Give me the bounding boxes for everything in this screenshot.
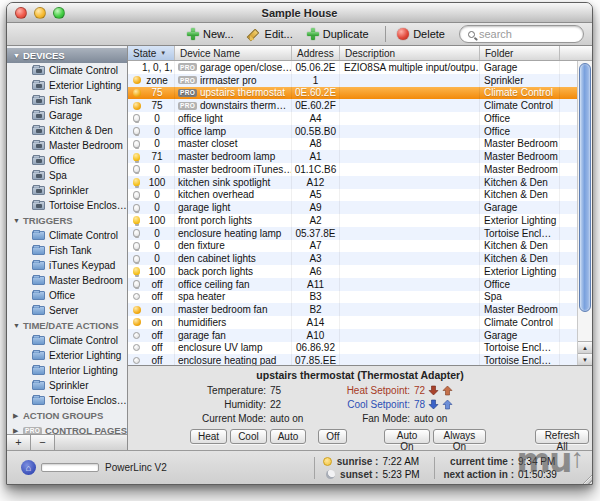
current-time-value: 9:34 PM — [518, 456, 566, 467]
disclosure-triangle-icon[interactable]: ▼ — [13, 322, 23, 329]
delete-button[interactable]: Delete — [397, 28, 445, 40]
sidebar-section-devices[interactable]: ▼DEVICES — [7, 48, 127, 63]
column-header-device-name[interactable]: Device Name — [175, 46, 292, 60]
table-row-office-light[interactable]: 0office lightA4Office — [128, 112, 577, 125]
fan-auto-on-button[interactable]: Auto On — [384, 429, 429, 444]
table-row-irrmaster-pro[interactable]: zonePROirrmaster pro1Sprinkler — [128, 74, 577, 87]
disclosure-triangle-icon[interactable]: ▼ — [13, 52, 23, 59]
sidebar-item-kitchen-den[interactable]: Kitchen & Den — [7, 123, 127, 138]
scroll-up-button[interactable]: ▲ — [578, 341, 592, 353]
refresh-all-button[interactable]: Refresh All — [535, 429, 589, 444]
cool-setpoint-up-button[interactable] — [442, 399, 453, 410]
search-field[interactable] — [459, 25, 584, 43]
sidebar-item-sprinkler[interactable]: Sprinkler — [7, 378, 127, 393]
ball-on-icon — [131, 89, 142, 97]
disclosure-triangle-icon[interactable]: ▼ — [13, 217, 23, 224]
sidebar-item-climate-control[interactable]: Climate Control — [7, 228, 127, 243]
disclosure-triangle-icon[interactable]: ▶ — [13, 427, 23, 435]
next-action-value: 01:50:39 — [518, 469, 566, 480]
duplicate-button[interactable]: Duplicate — [307, 28, 369, 40]
sidebar-item-climate-control[interactable]: Climate Control — [7, 63, 127, 78]
disclosure-triangle-icon[interactable]: ▶ — [13, 412, 23, 420]
table-row-back-porch-lights[interactable]: 100back porch lightsA6Exterior Lighting — [128, 265, 577, 278]
mode-heat-button[interactable]: Heat — [190, 429, 227, 444]
table-row-kitchen-overhead[interactable]: 0kitchen overheadA5Kitchen & Den — [128, 189, 577, 202]
sidebar-item-master-bedroom[interactable]: Master Bedroom — [7, 273, 127, 288]
sidebar-item-garage[interactable]: Garage — [7, 108, 127, 123]
state-value: zone — [142, 75, 172, 86]
sidebar-item-master-bedroom[interactable]: Master Bedroom — [7, 138, 127, 153]
table-row-garage-light[interactable]: 0garage lightA9Garage — [128, 201, 577, 214]
table-row-master-bedroom-fan[interactable]: onmaster bedroom fanB2Master Bedroom — [128, 303, 577, 316]
scrollbar-thumb[interactable] — [579, 63, 591, 312]
search-input[interactable] — [479, 28, 575, 40]
sidebar-item-spa[interactable]: Spa — [7, 168, 127, 183]
device-name: kitchen sink spotlight — [178, 177, 270, 188]
edit-button[interactable]: Edit... — [248, 28, 293, 41]
zoom-button[interactable] — [53, 7, 65, 19]
table-row-front-porch-lights[interactable]: 100front porch lightsA2Exterior Lighting — [128, 214, 577, 227]
sidebar-item-fish-tank[interactable]: Fish Tank — [7, 93, 127, 108]
sidebar-item-exterior-lighting[interactable]: Exterior Lighting — [7, 78, 127, 93]
sidebar-item-server[interactable]: Server — [7, 303, 127, 318]
sidebar-section-triggers[interactable]: ▼TRIGGERS — [7, 213, 127, 228]
table-row-garage-open-close[interactable]: 1, 0, 1, 1PROgarage open/close…05.06.2EE… — [128, 61, 577, 74]
state-value: 0 — [142, 138, 172, 149]
table-row-upstairs-thermostat[interactable]: 75PROupstairs thermostat0E.60.2EClimate … — [128, 87, 577, 100]
table-row-master-closet[interactable]: 0master closetA8Master Bedroom — [128, 138, 577, 151]
sidebar-item-climate-control[interactable]: Climate Control — [7, 333, 127, 348]
sidebar-item-itunes-keypad[interactable]: iTunes Keypad — [7, 258, 127, 273]
add-folder-button[interactable]: + — [7, 435, 31, 450]
table-row-downstairs-therm[interactable]: 75PROdownstairs therm…0E.60.2FClimate Co… — [128, 99, 577, 112]
column-header-folder[interactable]: Folder — [480, 46, 560, 60]
column-header-description[interactable]: Description — [340, 46, 480, 60]
sidebar-item-exterior-lighting[interactable]: Exterior Lighting — [7, 348, 127, 363]
mode-off-button[interactable]: Off — [318, 429, 347, 444]
address-cell: 05.37.8E — [292, 227, 340, 240]
sidebar-item-office[interactable]: Office — [7, 153, 127, 168]
column-header-state[interactable]: State▼ — [128, 46, 175, 60]
title-bar[interactable]: Sample House — [7, 3, 592, 23]
state-cell: off — [128, 329, 175, 342]
sidebar-item-tortoise-enclos[interactable]: Tortoise Enclos… — [7, 198, 127, 213]
sidebar-item-office[interactable]: Office — [7, 288, 127, 303]
table-row-master-bedroom-lamp[interactable]: 71master bedroom lampA1Master Bedroom — [128, 150, 577, 163]
table-row-office-ceiling-fan[interactable]: offoffice ceiling fanA11Office — [128, 278, 577, 291]
table-row-office-lamp[interactable]: 0office lamp00.5B.B0Office — [128, 125, 577, 138]
table-row-enclosure-uv-lamp[interactable]: offenclosure UV lamp06.86.92Tortoise Enc… — [128, 342, 577, 355]
mode-auto-button[interactable]: Auto — [270, 429, 307, 444]
sidebar-section-action-groups[interactable]: ▶ACTION GROUPS — [7, 408, 127, 423]
sidebar-item-interior-lighting[interactable]: Interior Lighting — [7, 363, 127, 378]
table-row-master-bedroom-itunes[interactable]: 0master bedroom iTunes…01.1C.B6Master Be… — [128, 163, 577, 176]
table-row-den-fixture[interactable]: 0den fixtureA7Kitchen & Den — [128, 240, 577, 253]
scroll-down-button[interactable]: ▼ — [578, 353, 592, 365]
fan-always-on-button[interactable]: Always On — [433, 429, 487, 444]
sidebar-item-label: Office — [49, 290, 75, 301]
bulb-off-icon — [131, 229, 142, 237]
sidebar-section-time-date-actions[interactable]: ▼TIME/DATE ACTIONS — [7, 318, 127, 333]
mode-cool-button[interactable]: Cool — [230, 429, 267, 444]
heat-setpoint-up-button[interactable] — [442, 385, 453, 396]
close-button[interactable] — [15, 7, 27, 19]
cool-setpoint-down-button[interactable] — [428, 399, 439, 410]
sidebar-item-tortoise-enclos[interactable]: Tortoise Enclos… — [7, 393, 127, 408]
remove-folder-button[interactable]: − — [31, 435, 55, 450]
table-row-garage-fan[interactable]: offgarage fanA10Garage — [128, 329, 577, 342]
heat-setpoint-down-button[interactable] — [428, 385, 439, 396]
column-header-address[interactable]: Address — [292, 46, 340, 60]
sidebar-item-fish-tank[interactable]: Fish Tank — [7, 243, 127, 258]
sidebar-list: ▼DEVICESClimate ControlExterior Lighting… — [7, 46, 127, 434]
pencil-icon — [248, 28, 261, 41]
bulb-off-icon — [131, 280, 142, 288]
state-cell: 0 — [128, 112, 175, 125]
table-row-kitchen-sink-spotlight[interactable]: 100kitchen sink spotlightA12Kitchen & De… — [128, 176, 577, 189]
vertical-scrollbar[interactable]: ▲ ▼ — [577, 61, 592, 365]
table-row-enclosure-heating-lamp[interactable]: 0enclosure heating lamp05.37.8ETortoise … — [128, 227, 577, 240]
minimize-button[interactable] — [34, 7, 46, 19]
table-row-spa-heater[interactable]: offspa heaterB3Spa — [128, 291, 577, 304]
sidebar-item-sprinkler[interactable]: Sprinkler — [7, 183, 127, 198]
sidebar-section-control-pages[interactable]: ▶PROCONTROL PAGES — [7, 423, 127, 434]
table-row-den-cabinet-lights[interactable]: 0den cabinet lightsA3Kitchen & Den — [128, 252, 577, 265]
new-button[interactable]: New... — [187, 28, 234, 40]
table-row-humidifiers[interactable]: onhumidifiersA14Climate Control — [128, 316, 577, 329]
